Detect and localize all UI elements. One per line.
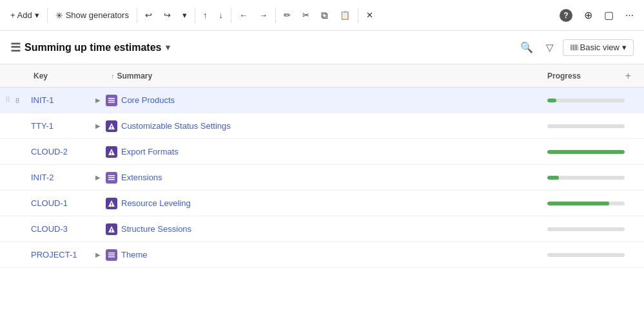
- row-summary: Core Products: [103, 95, 542, 106]
- expand-toggle[interactable]: ▶: [93, 251, 103, 258]
- undo-button[interactable]: ↩: [140, 8, 157, 23]
- show-generators-button[interactable]: ✳ Show generators: [50, 8, 134, 23]
- search-button[interactable]: 🔍: [516, 39, 537, 56]
- help-button[interactable]: ?: [554, 6, 578, 24]
- copy-icon: ⧉: [321, 10, 328, 21]
- svg-rect-13: [112, 203, 112, 205]
- paste-icon: 📋: [340, 10, 350, 20]
- issue-type-icon: [106, 172, 117, 184]
- row-progress-cell: [542, 99, 639, 102]
- progress-bar-background: [547, 202, 625, 205]
- view-label: Basic view: [580, 43, 620, 52]
- title-text: Summing up time estimates: [24, 42, 162, 53]
- move-down-button[interactable]: ↓: [213, 8, 228, 23]
- row-key[interactable]: PROJECT-1: [28, 250, 93, 260]
- back-button[interactable]: ←: [234, 8, 253, 23]
- svg-rect-14: [112, 205, 112, 206]
- page-title[interactable]: ☰ Summing up time estimates ▾: [10, 41, 170, 55]
- svg-rect-7: [112, 151, 112, 153]
- divider-4: [231, 8, 231, 23]
- expand-icon: ▢: [604, 9, 614, 21]
- row-number: 8: [15, 97, 28, 104]
- add-column-button[interactable]: +: [623, 70, 634, 82]
- row-summary: Theme: [103, 249, 542, 261]
- view-chevron-icon: ▾: [622, 43, 627, 52]
- issue-name[interactable]: Extensions: [121, 173, 162, 182]
- issue-name[interactable]: Export Formats: [121, 147, 179, 156]
- summary-sort-icon: ↑: [111, 72, 115, 80]
- filter-button[interactable]: ▽: [542, 39, 558, 56]
- delete-button[interactable]: ✕: [361, 8, 378, 23]
- view-selector-button[interactable]: ⦀⦀⦀ Basic view ▾: [563, 39, 634, 56]
- forward-icon: →: [259, 10, 268, 20]
- cut-icon: ✂: [302, 10, 309, 20]
- row-progress-cell: [542, 150, 639, 154]
- table-header: Key ↑ Summary Progress +: [0, 64, 644, 88]
- expand-toggle[interactable]: ▶: [93, 97, 103, 104]
- help-icon: ?: [560, 9, 572, 22]
- row-summary: Extensions: [103, 172, 542, 184]
- expand-toggle[interactable]: ▶: [93, 122, 103, 129]
- svg-rect-18: [108, 252, 115, 254]
- issue-type-icon: [106, 120, 117, 132]
- title-chevron-icon: ▾: [166, 43, 170, 52]
- add-button[interactable]: + Add ▾: [5, 8, 44, 23]
- svg-rect-10: [108, 177, 115, 178]
- key-column-header: Key: [28, 71, 106, 80]
- summary-column-header[interactable]: ↑ Summary: [106, 71, 542, 80]
- table-row[interactable]: INIT-2 ▶ Extensions: [0, 165, 644, 191]
- progress-bar-background: [547, 253, 625, 257]
- issue-name[interactable]: Theme: [121, 250, 147, 260]
- row-key[interactable]: CLOUD-1: [28, 198, 93, 208]
- table: Key ↑ Summary Progress + ⠿ 8 INIT-1 ▶ Co…: [0, 64, 644, 268]
- issue-type-icon: [106, 223, 117, 235]
- edit-button[interactable]: ✏: [278, 8, 296, 23]
- expand-button[interactable]: ▢: [599, 6, 619, 24]
- cut-button[interactable]: ✂: [297, 8, 315, 23]
- table-row[interactable]: TTY-1 ▶ Customizable Status Settings: [0, 113, 644, 139]
- row-key[interactable]: CLOUD-3: [28, 224, 93, 234]
- table-row[interactable]: PROJECT-1 ▶ Theme: [0, 242, 644, 268]
- issue-name[interactable]: Customizable Status Settings: [121, 121, 231, 131]
- row-key[interactable]: INIT-2: [28, 173, 93, 182]
- toolbar: + Add ▾ ✳ Show generators ↩ ↪ ▾ ↑ ↓ ← → …: [0, 0, 644, 31]
- issue-name[interactable]: Structure Sessions: [121, 224, 191, 234]
- row-progress-cell: [542, 227, 639, 231]
- progress-bar-fill: [547, 202, 609, 205]
- circle-arrow-button[interactable]: ⊕: [579, 6, 598, 24]
- circle-arrow-icon: ⊕: [584, 9, 592, 21]
- table-row[interactable]: CLOUD-1 Resource Leveling: [0, 191, 644, 216]
- issue-name[interactable]: Core Products: [121, 95, 175, 105]
- row-key[interactable]: TTY-1: [28, 121, 93, 131]
- forward-button[interactable]: →: [254, 8, 273, 23]
- row-progress-cell: [542, 176, 639, 180]
- svg-rect-16: [112, 229, 112, 231]
- progress-bar-background: [547, 176, 625, 180]
- progress-bar-fill: [547, 176, 559, 180]
- generators-icon: ✳: [55, 10, 63, 21]
- copy-button[interactable]: ⧉: [316, 7, 333, 24]
- more-button[interactable]: ⋯: [620, 8, 639, 23]
- table-row[interactable]: CLOUD-3 Structure Sessions: [0, 216, 644, 242]
- redo-button[interactable]: ↪: [159, 8, 176, 23]
- issue-name[interactable]: Resource Leveling: [121, 198, 191, 208]
- move-up-button[interactable]: ↑: [198, 8, 213, 23]
- row-progress-cell: [542, 253, 639, 257]
- row-progress-cell: [542, 202, 639, 205]
- svg-rect-8: [112, 154, 112, 155]
- row-key[interactable]: INIT-1: [28, 95, 93, 105]
- table-row[interactable]: ⠿ 8 INIT-1 ▶ Core Products: [0, 88, 644, 113]
- svg-rect-20: [108, 256, 115, 258]
- header-bar: ☰ Summing up time estimates ▾ 🔍 ▽ ⦀⦀⦀ Ba…: [0, 31, 644, 64]
- divider-2: [137, 8, 137, 23]
- paste-button[interactable]: 📋: [335, 8, 355, 23]
- add-chevron-icon: ▾: [35, 10, 39, 20]
- divider-6: [358, 8, 358, 23]
- progress-bar-background: [547, 227, 625, 231]
- table-row[interactable]: CLOUD-2 Export Formats: [0, 139, 644, 165]
- row-key[interactable]: CLOUD-2: [28, 147, 93, 156]
- expand-toggle[interactable]: ▶: [93, 174, 103, 181]
- toolbar-dropdown-button[interactable]: ▾: [177, 8, 192, 23]
- undo-icon: ↩: [145, 10, 152, 20]
- header-actions: 🔍 ▽ ⦀⦀⦀ Basic view ▾: [516, 39, 634, 56]
